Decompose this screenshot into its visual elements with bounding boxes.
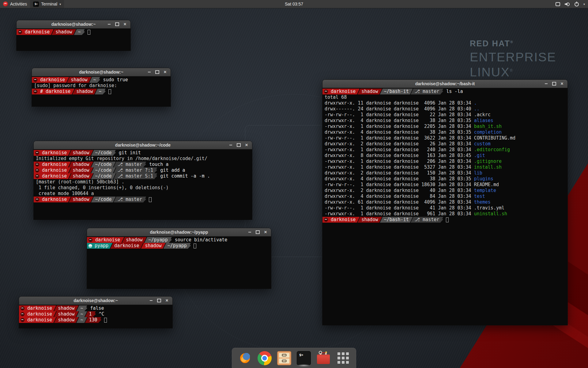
window-buttons — [543, 81, 565, 87]
dock-item-firefox[interactable] — [238, 350, 252, 367]
segment-label: darknoise — [27, 305, 52, 311]
firefox-icon — [238, 351, 252, 365]
prompt-segment: darknoise — [17, 29, 54, 35]
file-row: -rwxrwxr-x. 1 darknoise darknoise 240 Ja… — [322, 147, 567, 153]
segment-label: darknoise — [42, 167, 67, 173]
window-titlebar[interactable]: darknoise@shadow:~ — [19, 297, 172, 305]
distro-icon — [21, 312, 24, 316]
close-button[interactable] — [559, 81, 565, 87]
terminal-body[interactable]: darknoiseshadow~/pyappsource bin/activat… — [87, 236, 271, 289]
terminal-body[interactable]: darknoiseshadow~ — [17, 29, 130, 51]
maximize-button[interactable] — [254, 229, 261, 235]
segment-label: darknoise — [331, 89, 356, 94]
maximize-button[interactable] — [154, 69, 160, 75]
close-button[interactable] — [262, 229, 269, 235]
file-row: -rw-rw-r--. 1 darknoise darknoise 18630 … — [322, 182, 567, 188]
file-attributes: -rwxrwxr-x. 1 darknoise darknoise 206 Ja… — [322, 159, 474, 164]
maximize-button[interactable] — [114, 21, 120, 27]
system-indicators[interactable]: ▾ — [556, 0, 585, 8]
top-bar: Activities $> Terminal ▾ Sat 03:57 ▾ — [0, 0, 588, 8]
prompt-segment: darknoise — [19, 311, 56, 317]
window-titlebar[interactable]: darknoise@shadow:~ — [32, 68, 171, 76]
file-row: drwxrwxr-x. 2 darknoise darknoise 150 Ja… — [322, 170, 567, 176]
activities-button[interactable]: Activities — [0, 0, 30, 8]
minimize-button[interactable] — [146, 69, 152, 75]
dock-item-toolbox[interactable] — [316, 350, 331, 367]
segment-label: shadow — [361, 89, 378, 94]
distro-icon — [89, 238, 92, 242]
window-buttons — [148, 297, 170, 304]
output-text: [sudo] password for darknoise: — [32, 83, 117, 89]
terminal-body[interactable]: darknoiseshadow~/bash-it⎇ masterls -lato… — [322, 88, 567, 325]
segment-label: ⎇ master — [118, 162, 142, 167]
file-attributes: -rwxrwxr-x. 1 darknoise darknoise 5327 J… — [322, 164, 474, 170]
file-attributes: drwxrwxr-x. 4 darknoise darknoise 38 Jan… — [322, 118, 474, 124]
file-row: -rwxrwxr-x. 1 darknoise darknoise 2205 J… — [322, 124, 567, 129]
running-indicator — [297, 364, 311, 367]
chevron-down-icon[interactable]: ▾ — [583, 2, 585, 6]
terminal-body[interactable]: darknoiseshadow~falsedarknoiseshadow~1^C… — [19, 305, 172, 328]
segment-label: ~/bash-it — [384, 89, 409, 94]
close-button[interactable] — [243, 142, 250, 148]
minimize-button[interactable] — [228, 142, 234, 148]
prompt-segment: shadow — [69, 162, 93, 167]
prompt-segment: darknoise — [322, 217, 360, 223]
minimize-button[interactable] — [106, 21, 112, 27]
dock-item-app-grid[interactable] — [336, 350, 350, 367]
segment-label: shadow — [361, 217, 378, 223]
dock-item-files[interactable] — [277, 350, 292, 367]
window-titlebar[interactable]: darknoise@shadow:~ — [17, 20, 130, 29]
distro-icon — [33, 78, 37, 82]
segment-label: shadow — [73, 173, 89, 179]
prompt-segment: darknoise — [19, 317, 56, 323]
file-attributes: drwxrwxr-x. 11 darknoise darknoise 4096 … — [322, 100, 474, 106]
segment-label: ⎇ master — [415, 89, 439, 94]
clock[interactable]: Sat 03:57 — [285, 2, 303, 6]
window-titlebar[interactable]: darknoise@shadow:~/code — [34, 141, 252, 149]
file-name: completion — [474, 129, 502, 135]
prompt-segment: shadow — [357, 89, 382, 94]
file-attributes: -rw-rw-r--. 1 darknoise darknoise 18630 … — [322, 182, 474, 188]
segment-label: shadow — [126, 237, 142, 243]
prompt-segment: ⎇ master — [114, 197, 146, 202]
window-titlebar[interactable]: darknoise@shadow:~/pyapp — [87, 228, 271, 236]
file-name: .. — [474, 106, 480, 112]
file-row: -rw-rw-r--. 1 darknoise darknoise 22 Jan… — [322, 112, 567, 118]
dock-item-terminal[interactable]: $> — [296, 350, 311, 367]
file-name: uninstall.sh — [474, 211, 507, 217]
brand-line-3: LINUX® — [470, 65, 556, 79]
power-icon[interactable] — [575, 2, 579, 6]
volume-icon[interactable] — [565, 2, 570, 6]
terminal-body[interactable]: darknoiseshadow~sudo true[sudo] password… — [32, 76, 171, 106]
close-button[interactable] — [162, 69, 168, 75]
file-name: .ackrc — [474, 112, 491, 118]
prompt-segment: shadow — [51, 29, 76, 35]
dock-item-chrome[interactable] — [257, 350, 272, 367]
close-button[interactable] — [122, 21, 128, 27]
prompt-segment: darknoise — [32, 77, 69, 83]
terminal-body[interactable]: darknoiseshadow~/codegit initInitialized… — [34, 149, 252, 220]
window-buttons — [146, 69, 168, 75]
maximize-button[interactable] — [551, 81, 557, 87]
prompt-line: darknoiseshadow~/bash-it⎇ masterls -la — [322, 89, 567, 94]
minimize-button[interactable] — [148, 297, 154, 304]
minimize-button[interactable] — [247, 229, 253, 235]
app-menu-terminal[interactable]: $> Terminal ▾ — [30, 0, 64, 8]
minimize-button[interactable] — [543, 81, 549, 87]
segment-label: pyapp — [95, 243, 108, 249]
prompt-segment: shadow — [54, 305, 78, 311]
output-line: [sudo] password for darknoise: — [32, 83, 171, 89]
segment-label: darknoise — [40, 77, 65, 83]
file-attributes: -rw-rw-r--. 1 darknoise darknoise 22 Jan… — [322, 112, 474, 118]
prompt-line: darknoiseshadow~/code⎇ master S:1git com… — [34, 173, 252, 179]
prompt-segment: shadow — [69, 167, 93, 173]
distro-icon — [35, 168, 39, 172]
prompt-segment: 130 — [85, 317, 101, 323]
close-button[interactable] — [164, 297, 170, 304]
window-titlebar[interactable]: darknoise@shadow:~/bash-it — [322, 80, 567, 88]
display-icon[interactable] — [556, 2, 560, 6]
prompt-segment: ~/code — [91, 167, 115, 173]
maximize-button[interactable] — [236, 142, 242, 148]
maximize-button[interactable] — [156, 297, 162, 304]
terminal-window: darknoise@shadow:~ darknoiseshadow~false… — [19, 297, 172, 328]
